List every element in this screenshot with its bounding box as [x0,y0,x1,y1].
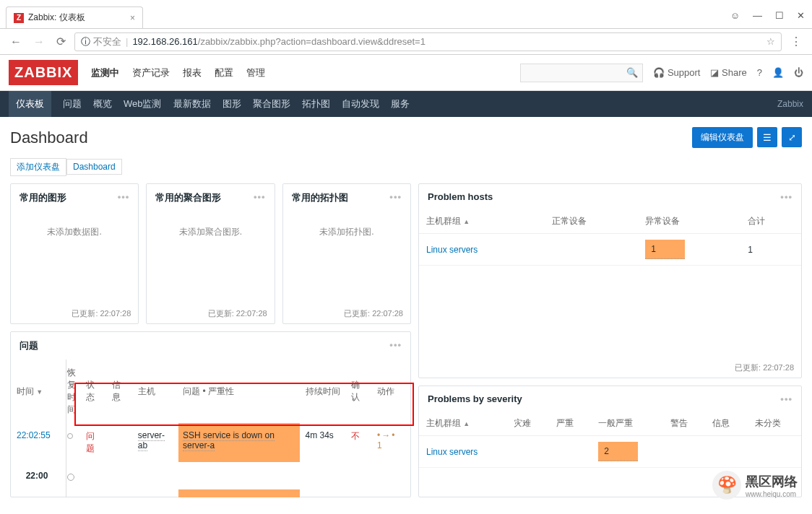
breadcrumb-current[interactable]: Dashboard [73,162,116,172]
bad-count[interactable]: 1 [645,240,685,259]
menu-inventory[interactable]: 资产记录 [132,66,170,79]
page-title: Dashboard [10,128,88,147]
col-average[interactable]: 一般严重 [591,411,662,436]
col-host[interactable]: 主机 [134,361,177,422]
edit-dashboard-button[interactable]: 编辑仪表盘 [692,127,753,148]
logout-icon[interactable]: ⏻ [794,67,803,78]
widget-problems: 问题••• 时间 ▼ 恢复时间 状态 信息 主机 问题 • 严重性 持续时间 确… [10,331,411,497]
menu-admin[interactable]: 管理 [246,66,265,79]
col-time[interactable]: 时间 ▼ [12,361,61,422]
back-icon[interactable]: ← [7,35,25,48]
help-icon[interactable]: ? [757,67,762,78]
col-info[interactable]: 信息 [108,361,132,422]
time-link[interactable]: 21:02:54 [17,497,51,497]
ack-link[interactable]: 不 [351,431,360,441]
widget-empty: 未添加拓扑图. [283,212,410,304]
window-minimize-icon[interactable]: — [753,10,762,21]
subnav-web[interactable]: Web监测 [124,97,162,110]
menu-button[interactable]: ☰ [757,127,777,147]
actions-cell[interactable]: •→• 1 [377,430,396,450]
share-link[interactable]: ◪ Share [710,67,746,78]
widget-menu-icon[interactable]: ••• [389,339,402,352]
status: 问题 [82,423,106,462]
subnav-overview[interactable]: 概览 [93,97,112,110]
fullscreen-button[interactable]: ⤢ [782,127,802,147]
url-host: 192.168.26.161 [132,36,197,47]
group-link[interactable]: Linux servers [426,245,478,255]
browser-tab[interactable]: Z Zabbix: 仪表板 × [6,6,143,28]
sort-asc-icon: ▲ [463,420,470,427]
subnav-graphs[interactable]: 图形 [223,97,241,110]
window-close-icon[interactable]: ✕ [797,10,805,21]
subnav-maps[interactable]: 拓扑图 [302,97,330,110]
subnav-dashboard[interactable]: 仪表板 [9,91,51,117]
zabbix-logo[interactable]: ZABBIX [9,60,78,85]
subnav-screens[interactable]: 聚合图形 [253,97,290,110]
subnav-discovery[interactable]: 自动发现 [342,97,379,110]
avg-count[interactable]: 2 [598,442,638,461]
status: 问题 [82,489,106,497]
time-link[interactable]: 22:02:55 [17,430,51,440]
col-duration[interactable]: 持续时间 [301,361,346,422]
widget-menu-icon[interactable]: ••• [118,191,130,204]
col-high[interactable]: 严重 [549,411,591,436]
chrome-menu-icon[interactable]: ⋮ [787,35,805,48]
col-recovery[interactable]: 恢复时间 [63,361,80,422]
widget-menu-icon[interactable]: ••• [254,191,266,204]
search-input[interactable]: 🔍 [520,64,643,82]
tab-title: Zabbix: 仪表板 [28,12,85,24]
col-group[interactable]: 主机群组 ▲ [419,411,506,436]
subnav-problems[interactable]: 问题 [63,97,82,110]
menu-reports[interactable]: 报表 [183,66,202,79]
reload-icon[interactable]: ⟳ [53,35,69,48]
time-divider: 22:00 [12,463,409,488]
col-ok[interactable]: 正常设备 [545,209,638,234]
widget-menu-icon[interactable]: ••• [780,393,792,404]
col-bad[interactable]: 异常设备 [638,209,740,234]
host-link[interactable]: server-ab [138,430,165,451]
widget-menu-icon[interactable]: ••• [389,191,402,204]
col-group[interactable]: 主机群组 ▲ [419,209,545,234]
widget-graphs: 常用的图形••• 未添加数据图. 已更新: 22:07:28 [10,183,139,324]
widget-menu-icon[interactable]: ••• [780,191,792,202]
subnav-right: Zabbix [777,99,803,109]
problem-link[interactable]: SSH service is down on server-a [183,430,275,451]
col-problem[interactable]: 问题 • 严重性 [178,361,299,422]
address-bar[interactable]: ⓘ 不安全 | 192.168.26.161/zabbix/zabbix.php… [74,32,782,51]
col-actions[interactable]: 动作 [373,361,409,422]
host-link[interactable]: server-ab [138,497,165,497]
mushroom-icon: 🍄 [712,471,741,497]
window-maximize-icon[interactable]: ☐ [775,10,784,21]
menu-config[interactable]: 配置 [215,66,233,79]
widget-updated: 已更新: 22:07:28 [419,358,801,378]
forward-icon: → [30,35,48,48]
group-link[interactable]: Linux servers [426,447,478,457]
col-status[interactable]: 状态 [82,361,106,422]
col-warning[interactable]: 警告 [663,411,705,436]
widget-title: Problems by severity [428,393,522,404]
insecure-icon: ⓘ [81,35,90,48]
url-path: /zabbix/zabbix.php?action=dashboard.view… [198,36,426,47]
support-link[interactable]: 🎧 Support [653,67,700,78]
problem-link[interactable]: HTTP service is down on server-a [183,497,279,497]
col-disaster[interactable]: 灾难 [506,411,548,436]
widget-title: 常用的拓扑图 [292,191,348,204]
widget-title: Problem hosts [428,191,493,202]
bookmark-icon[interactable]: ☆ [766,36,775,47]
breadcrumb-add[interactable]: 添加仪表盘 [17,162,60,172]
widget-title: 问题 [20,339,38,352]
profile-icon[interactable]: 👤 [772,67,784,78]
subnav-latest[interactable]: 最新数据 [173,97,211,110]
col-info[interactable]: 信息 [705,411,747,436]
tab-close-icon[interactable]: × [130,13,135,23]
menu-monitoring[interactable]: 监测中 [91,66,119,79]
widget-title: 常用的聚合图形 [155,191,221,204]
total-count: 1 [740,234,801,266]
user-icon[interactable]: ☺ [730,10,740,21]
widget-empty: 未添加数据图. [11,212,138,304]
duration: 4m 34s [301,423,346,462]
subnav-services[interactable]: 服务 [391,97,410,110]
col-total[interactable]: 合计 [740,209,801,234]
col-ack[interactable]: 确认 [347,361,371,422]
col-unclassified[interactable]: 未分类 [748,411,801,436]
